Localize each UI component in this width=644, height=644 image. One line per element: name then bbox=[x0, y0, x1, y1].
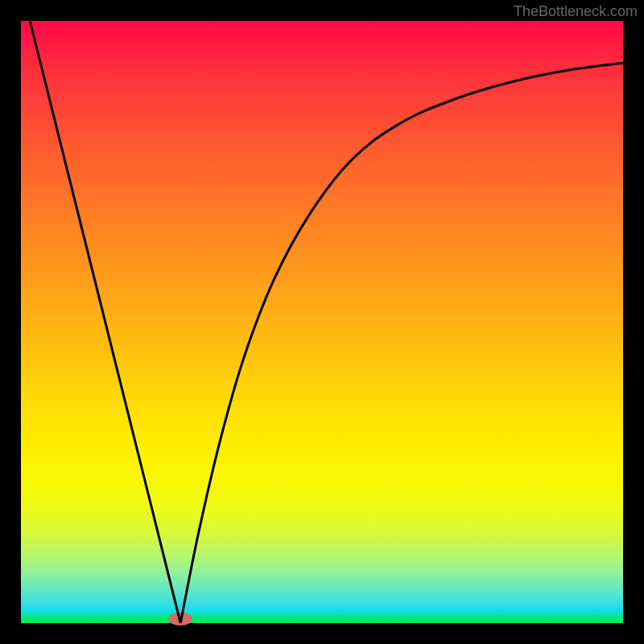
watermark-text: TheBottleneck.com bbox=[514, 3, 638, 20]
left-branch-curve bbox=[30, 21, 180, 623]
curve-layer bbox=[21, 21, 623, 623]
plot-area bbox=[21, 21, 623, 623]
right-branch-curve bbox=[180, 63, 623, 623]
